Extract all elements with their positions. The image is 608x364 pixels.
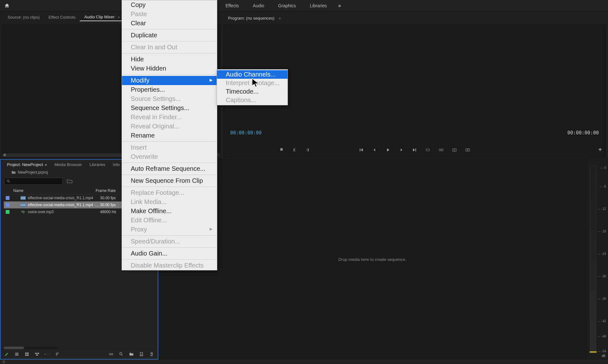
new-bin-from-search-button[interactable]	[66, 178, 73, 185]
meter-tick-label: -48	[602, 335, 606, 338]
mark-in-button[interactable]	[293, 148, 298, 153]
new-bin-button[interactable]	[129, 351, 134, 357]
panel-menu-icon[interactable]: ≡	[279, 16, 281, 20]
project-tab-label: Project: NewProject	[7, 162, 43, 167]
menu-item-view-hidden[interactable]: View Hidden	[122, 64, 217, 73]
clip-name: effective-social-media-crisis_R1.1.mp4 -…	[28, 203, 100, 207]
panel-tab-effect-controls[interactable]: Effect Controls	[44, 14, 80, 21]
export-frame-button[interactable]	[452, 147, 457, 153]
add-marker-button[interactable]	[279, 148, 284, 153]
panel-tab-audio-clip-mixer[interactable]: Audio Clip Mixer:≡	[80, 13, 124, 21]
panel-menu-icon[interactable]: ≡	[45, 163, 47, 167]
clip-context-menu: CopyPasteClearDuplicateClear In and OutH…	[122, 0, 217, 270]
label-swatch[interactable]	[6, 196, 10, 200]
status-bar	[0, 360, 608, 364]
svg-rect-10	[21, 196, 26, 197]
menu-item-clear[interactable]: Clear	[122, 19, 217, 28]
menu-item-auto-reframe-sequence[interactable]: Auto Reframe Sequence...	[122, 164, 217, 173]
audio-clip-icon	[20, 210, 26, 214]
find-button[interactable]	[118, 351, 124, 357]
workspace-tab-graphics[interactable]: Graphics	[271, 0, 303, 11]
menu-item-rename[interactable]: Rename	[122, 131, 217, 140]
program-timecode-current[interactable]: 00:00:00:00	[230, 130, 262, 136]
svg-point-7	[7, 180, 9, 182]
meter-scale: 0 -6 -12 -18 -24 -30 -36 -42 -48 -54	[590, 166, 606, 353]
automate-to-sequence-button[interactable]	[108, 351, 114, 357]
meter-tick-label: -6	[603, 185, 606, 188]
status-icon[interactable]	[2, 360, 6, 364]
freeform-view-button[interactable]	[34, 351, 40, 357]
extract-button[interactable]	[438, 147, 444, 153]
menu-item-make-offline[interactable]: Make Offline...	[122, 207, 217, 216]
movie-clip-icon	[20, 196, 26, 200]
scrollbar-thumb[interactable]	[4, 347, 24, 349]
search-icon	[7, 179, 10, 183]
svg-line-30	[122, 355, 123, 356]
writable-indicator-icon[interactable]	[4, 351, 10, 357]
go-to-in-button[interactable]	[358, 147, 364, 153]
panel-menu-icon[interactable]: ≡	[118, 15, 120, 19]
play-button[interactable]	[385, 147, 391, 153]
go-to-out-button[interactable]	[412, 147, 417, 153]
menu-item-copy[interactable]: Copy	[122, 0, 217, 9]
project-tab-media-browser[interactable]: Media Browser	[51, 161, 86, 168]
icon-view-button[interactable]	[24, 351, 30, 357]
new-item-button[interactable]	[139, 351, 144, 357]
home-button[interactable]	[3, 1, 11, 10]
menu-item-reveal-original: Reveal Original...	[122, 122, 217, 131]
menu-item-replace-footage: Replace Footage...	[122, 188, 217, 197]
label-swatch[interactable]	[6, 210, 10, 214]
svg-rect-21	[27, 355, 28, 356]
menu-item-hide[interactable]: Hide	[122, 55, 217, 64]
meter-tick-label: -42	[602, 319, 606, 323]
submenu-item-audio-channels[interactable]: Audio Channels...	[217, 70, 288, 79]
step-back-button[interactable]	[372, 147, 377, 153]
modify-submenu: Audio Channels...Interpret Footage...Tim…	[217, 69, 288, 105]
timeline-panel[interactable]: Drop media here to create sequence.	[158, 159, 586, 360]
menu-separator	[122, 74, 217, 75]
column-header-frame-rate[interactable]: Frame Rate	[96, 188, 121, 193]
sort-button[interactable]	[54, 351, 60, 357]
project-horizontal-scrollbar[interactable]	[4, 347, 58, 349]
menu-item-modify[interactable]: Modify	[122, 76, 217, 85]
menu-item-properties[interactable]: Properties...	[122, 85, 217, 94]
step-forward-button[interactable]	[398, 147, 404, 153]
project-search-input[interactable]	[4, 178, 63, 185]
button-editor-button[interactable]: +	[598, 146, 602, 153]
submenu-item-timecode[interactable]: Timecode...	[217, 87, 288, 96]
menu-separator	[122, 187, 217, 187]
mark-out-button[interactable]	[306, 148, 311, 153]
svg-rect-16	[15, 354, 19, 355]
menu-separator	[122, 141, 217, 142]
svg-rect-2	[441, 149, 443, 151]
comparison-view-button[interactable]	[465, 147, 471, 153]
menu-item-audio-gain[interactable]: Audio Gain...	[122, 249, 217, 258]
program-transport	[358, 147, 471, 153]
meter-tick-label: -30	[602, 275, 606, 278]
program-timecode-duration: 00:00:00:00	[567, 130, 599, 136]
svg-rect-11	[21, 199, 26, 200]
panel-tab-source[interactable]: Source: (no clips)	[3, 14, 44, 21]
label-swatch[interactable]	[6, 203, 10, 207]
menu-separator	[122, 235, 217, 236]
svg-rect-1	[439, 149, 441, 151]
clear-button[interactable]	[149, 351, 155, 357]
program-panel-tab[interactable]: Program: (no sequences) ≡	[228, 16, 281, 21]
zoom-slider[interactable]	[44, 351, 50, 357]
menu-item-new-sequence-from-clip[interactable]: New Sequence From Clip	[122, 176, 217, 185]
source-scrub-knob[interactable]	[3, 154, 6, 156]
list-view-button[interactable]	[14, 351, 20, 357]
workspace-tab-effects[interactable]: Effects	[218, 0, 246, 11]
menu-item-speed-duration: Speed/Duration...	[122, 237, 217, 246]
menu-item-sequence-settings[interactable]: Sequence Settings...	[122, 103, 217, 113]
svg-point-26	[44, 354, 45, 355]
menu-item-duplicate[interactable]: Duplicate	[122, 31, 217, 40]
workspace-tab-libraries[interactable]: Libraries	[303, 0, 334, 11]
svg-point-4	[454, 150, 455, 151]
project-tab-libraries[interactable]: Libraries	[86, 161, 109, 168]
workspace-tab-audio[interactable]: Audio	[246, 0, 271, 11]
workspace-overflow-button[interactable]: »	[334, 3, 345, 9]
project-tab-project[interactable]: Project: NewProject≡	[3, 161, 51, 168]
column-header-name[interactable]: Name	[4, 188, 96, 193]
lift-button[interactable]	[425, 147, 431, 153]
